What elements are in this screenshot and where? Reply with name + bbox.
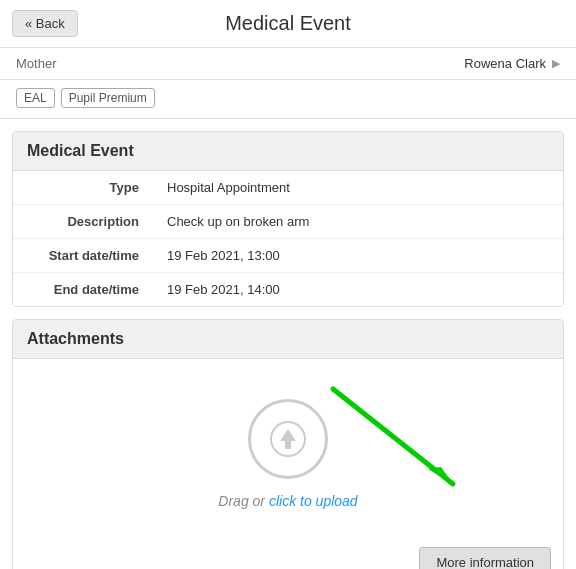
field-label: Type [13, 171, 153, 205]
attachments-heading: Attachments [13, 320, 563, 359]
mother-name-row: Rowena Clark ▶ [464, 56, 560, 71]
svg-marker-1 [280, 429, 296, 449]
medical-event-card: Medical Event Type Hospital Appointment … [12, 131, 564, 307]
mother-name[interactable]: Rowena Clark [464, 56, 546, 71]
upload-link[interactable]: click to upload [269, 493, 358, 509]
badge-eal: EAL [16, 88, 55, 108]
field-label: Start date/time [13, 239, 153, 273]
green-arrow-svg [323, 379, 483, 509]
badges-row: EAL Pupil Premium [0, 80, 576, 119]
table-row: Type Hospital Appointment [13, 171, 563, 205]
field-value: Hospital Appointment [153, 171, 563, 205]
field-value: 19 Feb 2021, 13:00 [153, 239, 563, 273]
upload-icon-circle [248, 399, 328, 479]
table-row: Start date/time 19 Feb 2021, 13:00 [13, 239, 563, 273]
field-value: 19 Feb 2021, 14:00 [153, 273, 563, 307]
info-bar: Mother Rowena Clark ▶ [0, 47, 576, 80]
upload-text: Drag or click to upload [218, 493, 357, 509]
field-value: Check up on broken arm [153, 205, 563, 239]
page-title: Medical Event [225, 12, 351, 35]
attachments-body: Drag or click to upload [13, 359, 563, 539]
badge-pupil-premium: Pupil Premium [61, 88, 155, 108]
table-row: End date/time 19 Feb 2021, 14:00 [13, 273, 563, 307]
table-row: Description Check up on broken arm [13, 205, 563, 239]
page-header: « Back Medical Event [0, 0, 576, 47]
medical-event-table: Type Hospital Appointment Description Ch… [13, 171, 563, 306]
back-button[interactable]: « Back [12, 10, 78, 37]
more-information-button[interactable]: More information [419, 547, 551, 569]
svg-marker-3 [428, 467, 453, 484]
field-label: End date/time [13, 273, 153, 307]
more-info-row: More information [13, 539, 563, 569]
medical-event-heading: Medical Event [13, 132, 563, 171]
upload-arrow-icon [270, 421, 306, 457]
chevron-right-icon: ▶ [552, 57, 560, 70]
field-label: Description [13, 205, 153, 239]
mother-label: Mother [16, 56, 56, 71]
svg-line-2 [333, 389, 453, 484]
upload-text-prefix: Drag or [218, 493, 269, 509]
attachments-card: Attachments Drag or click to upload More… [12, 319, 564, 569]
